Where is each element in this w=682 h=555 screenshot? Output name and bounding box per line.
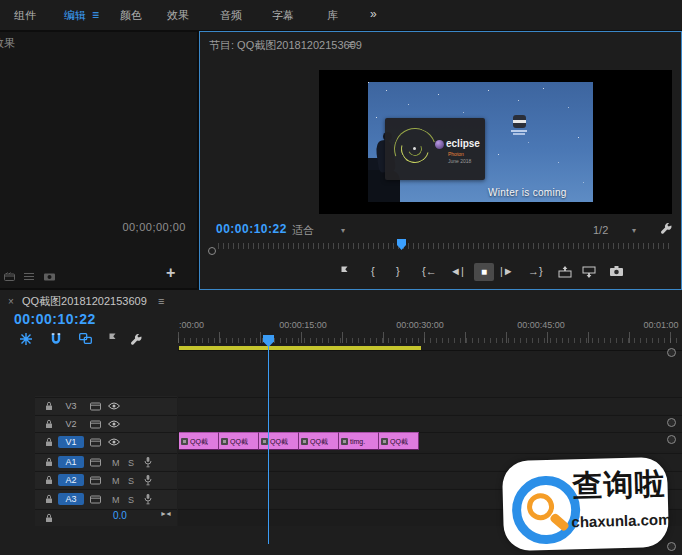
toggle-track-output-eye-icon[interactable] (108, 420, 120, 428)
voiceover-mic-icon[interactable] (144, 494, 152, 505)
scrollbar-handle[interactable] (667, 435, 676, 444)
playback-resolution-dropdown[interactable]: 1/2 (593, 225, 608, 236)
work-area-bar[interactable] (179, 346, 421, 350)
program-panel-menu-icon[interactable]: ≡ (348, 39, 354, 50)
mark-in-button[interactable]: { (371, 266, 375, 277)
add-marker-icon[interactable] (340, 266, 349, 277)
keyframe-nav-icon[interactable]: ►◄ (160, 510, 170, 517)
source-patch-icon[interactable] (90, 495, 101, 504)
track-name-v1[interactable]: V1 (58, 436, 84, 448)
program-video-frame: eclipse Photon June 2018 Winter is comin… (319, 70, 672, 214)
timeline-clip[interactable]: QQ截 (259, 432, 299, 450)
close-icon[interactable]: × (8, 297, 14, 307)
program-panel-title[interactable]: 节目: QQ截图20181202153609 (209, 40, 362, 51)
track-name-a3[interactable]: A3 (58, 493, 84, 505)
ruler-label: 00:01:00 (643, 321, 678, 330)
source-timecode[interactable]: 00;00;00;00 (122, 222, 186, 233)
snap-magnet-icon[interactable] (50, 333, 62, 346)
workspace-tab-color[interactable]: 颜色 (120, 10, 142, 21)
stop-button[interactable]: ■ (474, 263, 494, 281)
timeline-settings-wrench-icon[interactable] (130, 333, 143, 346)
fx-badge-icon (381, 438, 388, 445)
mute-button[interactable]: M (112, 495, 120, 505)
workspace-tab-captions[interactable]: 字幕 (272, 10, 294, 21)
track-name-v3[interactable]: V3 (58, 400, 84, 412)
scrubber-origin-handle[interactable] (208, 247, 216, 255)
chevron-down-icon[interactable]: ▾ (632, 227, 636, 235)
solo-button[interactable]: S (128, 495, 134, 505)
zoom-fit-dropdown[interactable]: 适合 (292, 225, 314, 236)
timeline-clip[interactable]: timg. (339, 432, 379, 450)
playhead-line (268, 336, 269, 544)
ruler-label: 00:00:15:00 (279, 321, 327, 330)
lock-icon[interactable] (45, 419, 53, 429)
go-to-out-button[interactable]: →} (528, 266, 543, 277)
linked-selection-icon[interactable] (79, 333, 92, 344)
scrollbar-handle[interactable] (667, 348, 676, 357)
eclipse-brand-text: eclipse (446, 139, 480, 149)
timeline-clip[interactable]: QQ截 (299, 432, 339, 450)
sequence-tab-title[interactable]: QQ截图20181202153609 (22, 296, 147, 307)
new-item-button[interactable]: + (166, 265, 175, 281)
list-view-icon[interactable] (24, 272, 34, 281)
slate-icon[interactable] (4, 272, 15, 281)
source-patch-icon[interactable] (90, 458, 101, 467)
lock-icon[interactable] (45, 513, 53, 523)
lock-icon[interactable] (45, 475, 53, 485)
mark-out-button[interactable]: } (396, 266, 400, 277)
voiceover-mic-icon[interactable] (144, 457, 152, 468)
lock-icon[interactable] (45, 437, 53, 447)
camera-icon[interactable] (44, 272, 55, 281)
source-patch-icon[interactable] (90, 438, 101, 447)
lock-icon[interactable] (45, 494, 53, 504)
workspace-tab-assembly[interactable]: 组件 (14, 10, 36, 21)
step-forward-button[interactable]: |► (500, 266, 514, 277)
workspace-tab-libraries[interactable]: 库 (327, 10, 338, 21)
premiere-app-window: { "workspace_tabs": { "items": [ {"label… (0, 0, 682, 555)
step-back-button[interactable]: ◄| (450, 266, 464, 277)
workspace-overflow-chevron-icon[interactable]: » (370, 8, 377, 20)
monitor-time-ruler[interactable] (218, 243, 670, 249)
panel-tab-label[interactable]: 效果 (0, 38, 15, 49)
workspace-tab-editing[interactable]: 编辑 (64, 10, 86, 21)
lift-icon[interactable] (558, 266, 572, 278)
track-content-v3[interactable] (178, 397, 682, 414)
mute-button[interactable]: M (112, 476, 120, 486)
source-patch-icon[interactable] (90, 476, 101, 485)
go-to-in-button[interactable]: {← (422, 266, 437, 277)
scrollbar-handle[interactable] (667, 542, 676, 551)
workspace-tab-audio[interactable]: 音频 (220, 10, 242, 21)
toggle-track-output-eye-icon[interactable] (108, 402, 120, 410)
track-name-a2[interactable]: A2 (58, 474, 84, 486)
timeline-clip[interactable]: QQ截 (219, 432, 259, 450)
solo-button[interactable]: S (128, 458, 134, 468)
track-name-v2[interactable]: V2 (58, 418, 84, 430)
timeline-menu-icon[interactable]: ≡ (158, 296, 164, 307)
lock-icon[interactable] (45, 401, 53, 411)
lock-icon[interactable] (45, 457, 53, 467)
timeline-marker-icon[interactable] (108, 333, 117, 344)
timeline-clip[interactable]: QQ截 (379, 432, 419, 450)
workspace-tab-effects[interactable]: 效果 (167, 10, 189, 21)
extract-icon[interactable] (582, 266, 596, 278)
toggle-track-output-eye-icon[interactable] (108, 438, 120, 446)
scrollbar-handle[interactable] (667, 418, 676, 427)
insert-nest-icon[interactable] (20, 333, 32, 345)
settings-wrench-icon[interactable] (660, 222, 673, 235)
source-patch-icon[interactable] (90, 402, 101, 411)
solo-button[interactable]: S (128, 476, 134, 486)
timeline-clip[interactable]: QQ截 (179, 432, 219, 450)
program-timecode[interactable]: 00:00:10:22 (216, 223, 287, 235)
track-name-a1[interactable]: A1 (58, 456, 84, 468)
export-frame-camera-icon[interactable] (610, 266, 623, 276)
v1-clip-strip: QQ截 QQ截 QQ截 QQ截 timg. QQ截 (179, 432, 420, 450)
track-content-v2[interactable] (178, 415, 682, 432)
mute-button[interactable]: M (112, 458, 120, 468)
workspace-menu-icon[interactable]: ≡ (92, 9, 99, 21)
voiceover-mic-icon[interactable] (144, 475, 152, 486)
master-gain-value[interactable]: 0.0 (113, 511, 127, 521)
starfield (368, 82, 369, 83)
chevron-down-icon[interactable]: ▾ (341, 227, 345, 235)
timeline-timecode[interactable]: 00:00:10:22 (14, 312, 96, 326)
source-patch-icon[interactable] (90, 420, 101, 429)
